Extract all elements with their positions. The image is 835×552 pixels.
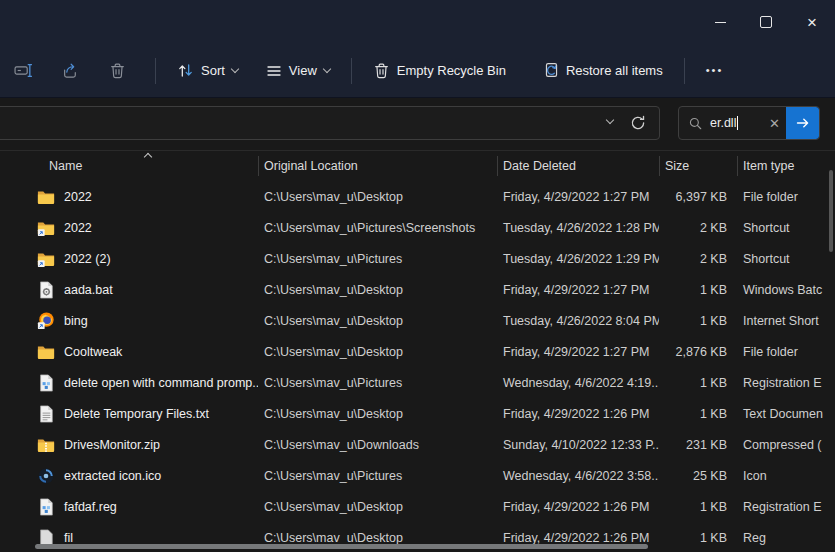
file-item-type: Icon	[737, 469, 827, 483]
search-icon	[688, 116, 703, 131]
file-original-location: C:\Users\mav_u\Desktop	[258, 345, 497, 359]
file-date-deleted: Friday, 4/29/2022 1:27 PM	[497, 345, 659, 359]
file-name: 2022 (2)	[64, 252, 111, 266]
file-name: 2022	[64, 190, 92, 204]
delete-button[interactable]	[98, 53, 136, 89]
file-original-location: C:\Users\mav_u\Pictures\Screenshots	[258, 221, 497, 235]
file-size: 1 KB	[659, 531, 737, 545]
maximize-button[interactable]	[743, 0, 789, 44]
more-options-icon: •••	[706, 65, 724, 76]
file-item-type: Internet Short	[737, 314, 827, 328]
file-row[interactable]: 2022 (2) C:\Users\mav_u\Pictures Tuesday…	[20, 243, 827, 274]
file-name: 2022	[64, 221, 92, 235]
file-item-type: Reg	[737, 531, 827, 545]
file-row[interactable]: 2022 C:\Users\mav_u\Desktop Friday, 4/29…	[20, 181, 827, 212]
file-name: fil	[64, 531, 73, 545]
toolbar-divider	[351, 58, 352, 84]
file-explorer-window: × Sort View Empty Recycle Bin	[0, 0, 835, 552]
file-date-deleted: Friday, 4/29/2022 1:26 PM	[497, 500, 659, 514]
file-name: bing	[64, 314, 88, 328]
file-type-icon	[37, 405, 55, 423]
share-button[interactable]	[51, 53, 89, 89]
empty-recycle-bin-label: Empty Recycle Bin	[397, 63, 506, 78]
restore-icon	[542, 62, 559, 79]
address-row: er.dll ✕	[0, 98, 835, 151]
file-type-icon	[37, 219, 55, 237]
refresh-icon	[629, 114, 647, 132]
file-size: 2 KB	[659, 252, 737, 266]
arrow-right-icon	[795, 115, 811, 131]
file-original-location: C:\Users\mav_u\Desktop	[258, 500, 497, 514]
chevron-down-icon	[323, 65, 331, 73]
file-type-icon	[37, 498, 55, 516]
file-row[interactable]: bing C:\Users\mav_u\Desktop Tuesday, 4/2…	[20, 305, 827, 336]
trash-icon	[373, 62, 390, 79]
file-size: 1 KB	[659, 407, 737, 421]
file-name: aada.bat	[64, 283, 113, 297]
search-input[interactable]: er.dll	[710, 116, 736, 130]
search-box[interactable]: er.dll ✕	[678, 106, 820, 140]
column-header-item-type[interactable]: Item type	[737, 151, 827, 181]
caption-buttons: ×	[697, 0, 835, 44]
file-size: 2 KB	[659, 221, 737, 235]
file-row[interactable]: delete open with command promp... C:\Use…	[20, 367, 827, 398]
file-row[interactable]: aada.bat C:\Users\mav_u\Desktop Friday, …	[20, 274, 827, 305]
file-type-icon	[37, 281, 55, 299]
file-original-location: C:\Users\mav_u\Downloads	[258, 438, 497, 452]
address-bar[interactable]	[0, 106, 660, 140]
file-row[interactable]: DrivesMonitor.zip C:\Users\mav_u\Downloa…	[20, 429, 827, 460]
file-date-deleted: Tuesday, 4/26/2022 8:04 PM	[497, 314, 659, 328]
text-cursor	[737, 116, 738, 130]
file-date-deleted: Friday, 4/29/2022 1:27 PM	[497, 190, 659, 204]
trash-icon	[109, 62, 126, 79]
sort-ascending-icon	[144, 153, 152, 161]
file-original-location: C:\Users\mav_u\Desktop	[258, 314, 497, 328]
file-name: delete open with command promp...	[64, 376, 258, 390]
file-size: 1 KB	[659, 314, 737, 328]
file-date-deleted: Wednesday, 4/6/2022 4:19...	[497, 376, 659, 390]
minimize-button[interactable]	[697, 0, 743, 44]
refresh-button[interactable]	[629, 114, 647, 135]
maximize-icon	[760, 16, 772, 28]
column-header-original-location[interactable]: Original Location	[258, 151, 497, 181]
column-header-row: Name Original Location Date Deleted Size…	[20, 151, 827, 181]
titlebar: ×	[0, 0, 835, 44]
file-size: 2,876 KB	[659, 345, 737, 359]
see-more-button[interactable]: •••	[695, 57, 735, 84]
file-item-type: Compressed (	[737, 438, 827, 452]
file-row[interactable]: 2022 C:\Users\mav_u\Pictures\Screenshots…	[20, 212, 827, 243]
column-header-date-deleted[interactable]: Date Deleted	[497, 151, 659, 181]
file-original-location: C:\Users\mav_u\Desktop	[258, 190, 497, 204]
file-item-type: Text Documen	[737, 407, 827, 421]
file-type-icon	[37, 250, 55, 268]
rename-button[interactable]	[4, 53, 42, 89]
sort-label: Sort	[201, 63, 225, 78]
file-size: 6,397 KB	[659, 190, 737, 204]
close-button[interactable]: ×	[789, 0, 835, 44]
file-name: extracted icon.ico	[64, 469, 161, 483]
share-icon	[62, 62, 79, 79]
search-submit-button[interactable]	[786, 107, 819, 139]
vertical-scrollbar[interactable]	[829, 170, 833, 252]
file-row[interactable]: fafdaf.reg C:\Users\mav_u\Desktop Friday…	[20, 491, 827, 522]
file-row[interactable]: Delete Temporary Files.txt C:\Users\mav_…	[20, 398, 827, 429]
file-date-deleted: Friday, 4/29/2022 1:26 PM	[497, 407, 659, 421]
file-row[interactable]: Cooltweak C:\Users\mav_u\Desktop Friday,…	[20, 336, 827, 367]
empty-recycle-bin-button[interactable]: Empty Recycle Bin	[362, 54, 517, 87]
file-size: 1 KB	[659, 500, 737, 514]
file-date-deleted: Wednesday, 4/6/2022 3:58...	[497, 469, 659, 483]
file-item-type: Shortcut	[737, 221, 827, 235]
view-label: View	[289, 63, 317, 78]
restore-all-items-button[interactable]: Restore all items	[531, 54, 674, 87]
file-type-icon	[37, 374, 55, 392]
file-row[interactable]: extracted icon.ico C:\Users\mav_u\Pictur…	[20, 460, 827, 491]
column-header-size[interactable]: Size	[659, 151, 737, 181]
sort-button[interactable]: Sort	[166, 54, 249, 87]
file-original-location: C:\Users\mav_u\Desktop	[258, 531, 497, 545]
view-button[interactable]: View	[255, 55, 341, 87]
column-header-name[interactable]: Name	[20, 151, 258, 181]
address-dropdown-chevron-icon[interactable]	[606, 116, 614, 124]
file-original-location: C:\Users\mav_u\Desktop	[258, 283, 497, 297]
clear-search-button[interactable]: ✕	[763, 116, 786, 131]
horizontal-scrollbar[interactable]	[35, 544, 648, 549]
